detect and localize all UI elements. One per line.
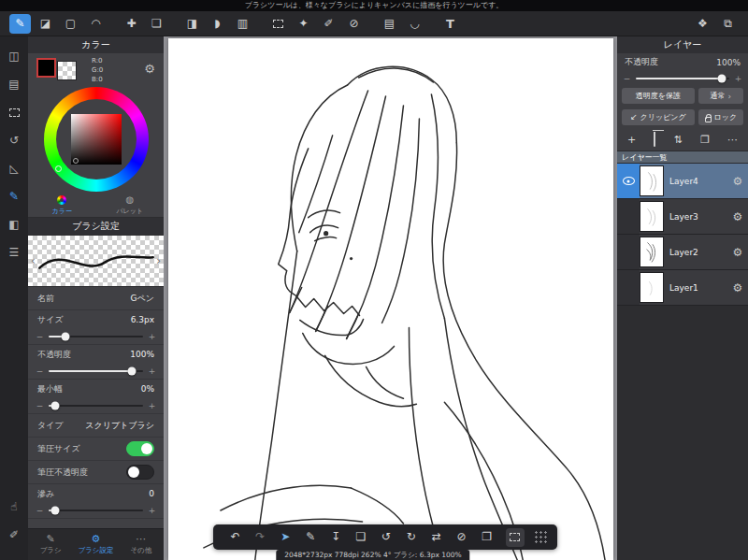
deselect-tool-button[interactable]: ⊘ [343,14,365,34]
snap-curve-tool-button[interactable]: ◡ [404,14,425,34]
layer-visibility-toggle[interactable] [617,164,640,198]
layer-opacity-slider[interactable]: − + [617,71,748,85]
rotate-cw-button[interactable]: ↻ [398,524,424,550]
minus-button[interactable]: − [36,401,44,410]
share-button[interactable]: ❐ [474,524,499,550]
protect-alpha-button[interactable]: 透明度を保護 [622,88,695,104]
layer-visibility-toggle[interactable] [617,235,640,269]
move-tool-button[interactable]: ✚ [121,14,142,34]
layer-more-button[interactable]: ⋯ [727,135,738,145]
saturation-square[interactable] [71,114,122,165]
slider-thumb[interactable] [51,402,60,410]
blur-slider[interactable]: − + [28,503,164,519]
tab-brush[interactable]: ✎ ブラシ [28,529,73,560]
slider-thumb[interactable] [718,74,726,82]
layer-settings-gear-icon[interactable]: ⚙ [727,199,748,234]
next-brush-arrow[interactable]: › [156,254,161,267]
fill-tool-button[interactable]: ◨ [181,14,203,34]
smooth-tool-button[interactable]: ◠ [85,14,107,34]
transform-tool-button[interactable]: ❏ [146,14,167,34]
layer-row-layer1[interactable]: Layer1 ⚙ [617,270,748,306]
duplicate-layer-button[interactable]: ❐ [700,135,710,145]
pen-button[interactable]: ✎ [298,524,324,550]
select-panel-button[interactable] [4,102,24,122]
undo-button[interactable]: ↶ [223,524,248,550]
layer-row-layer3[interactable]: Layer3 ⚙ [617,199,748,235]
quick-tool-button[interactable] [506,528,525,547]
layer-visibility-toggle[interactable] [617,270,640,305]
brush-opacity-slider[interactable]: − + [28,364,164,380]
bucket-tool-button[interactable]: ◗ [207,14,228,34]
foreground-color-swatch[interactable] [36,58,56,78]
layer-panel-button[interactable]: ⧉ [717,14,739,34]
minus-button[interactable]: − [36,332,44,341]
save-button[interactable]: ↧ [324,524,349,550]
clipping-button[interactable]: ↙ クリッピング [622,109,695,125]
plus-button[interactable]: + [148,401,156,410]
ruler-button[interactable]: ◺ [4,158,24,179]
material-panel-button[interactable]: ❖ [692,14,713,34]
brush-tool-button[interactable]: ✎ [9,14,31,34]
shape-tool-button[interactable]: ▢ [60,14,81,34]
snap-tool-button[interactable]: ▤ [379,14,400,34]
redo-button[interactable]: ↷ [248,524,273,550]
plus-button[interactable]: + [148,366,156,376]
panels-list-button[interactable]: ☰ [4,242,24,263]
select-tool-button[interactable] [267,14,289,34]
add-layer-button[interactable]: + [627,135,636,145]
sidebar-toggle-button[interactable]: ◫ [4,46,24,66]
export-button[interactable]: ❏ [349,524,374,550]
rotate-ccw-button[interactable]: ↺ [373,524,398,550]
delete-layer-button[interactable] [654,135,655,145]
brush-name-row[interactable]: 名前 Gペン [28,287,164,310]
slider-track[interactable] [49,405,143,407]
brush-type-row[interactable]: タイプ スクリプトブラシ [28,414,164,438]
prev-brush-arrow[interactable]: ‹ [31,254,36,267]
slider-track[interactable] [49,370,143,372]
reset-rotation-button[interactable]: ⊘ [449,524,474,550]
tab-other[interactable]: ⋯ その他 [119,529,164,560]
plus-button[interactable]: + [734,74,742,83]
canvas[interactable] [168,38,613,560]
tab-color[interactable]: カラー [28,194,96,217]
background-color-swatch[interactable] [57,61,77,80]
eraser-tool-button[interactable]: ◪ [35,14,56,34]
minus-button[interactable]: − [36,506,44,515]
minus-button[interactable]: − [36,366,44,376]
text-tool-button[interactable]: T [439,14,461,34]
slider-track[interactable] [49,336,143,337]
layer-row-layer4[interactable]: Layer4 ⚙ [617,164,748,199]
tab-palette[interactable]: ◍ パレット [96,194,165,217]
layer-visibility-toggle[interactable] [617,199,640,234]
wand-tool-button[interactable]: ✦ [293,14,314,34]
flip-button[interactable]: ⇄ [424,524,449,550]
layer-settings-gear-icon[interactable]: ⚙ [727,164,748,198]
slider-track[interactable] [49,510,143,511]
pressure-opacity-toggle[interactable] [126,465,154,480]
cursor-button[interactable]: ➤ [273,524,298,550]
lock-button[interactable]: ロック [698,109,743,125]
brush-preview[interactable]: ‹ › [28,235,164,287]
color-settings-gear-icon[interactable]: ⚙ [144,61,155,78]
layer-settings-gear-icon[interactable]: ⚙ [727,270,748,305]
pressure-size-toggle[interactable] [126,441,154,456]
gradient-tool-button[interactable]: ▥ [232,14,253,34]
saturation-indicator[interactable] [73,158,79,164]
color-panel-button[interactable]: ◧ [4,214,24,235]
hue-indicator[interactable] [55,165,62,172]
layer-settings-gear-icon[interactable]: ⚙ [727,235,748,269]
layer-row-layer2[interactable]: Layer2 ⚙ [617,235,748,270]
gallery-button[interactable]: ▤ [4,74,24,94]
blend-mode-button[interactable]: 通常 › [698,88,743,104]
color-wheel[interactable] [44,87,149,192]
brush-size-slider[interactable]: − + [28,329,164,345]
plus-button[interactable]: + [148,332,156,341]
slider-thumb[interactable] [51,507,60,515]
select-pen-tool-button[interactable]: ✐ [318,14,339,34]
reorder-layer-button[interactable]: ⇅ [674,135,683,145]
toolbar-drag-handle[interactable] [534,530,548,544]
hand-tool-button[interactable]: ☝ [4,496,24,517]
minus-button[interactable]: − [623,74,631,83]
plus-button[interactable]: + [148,506,156,515]
stylus-settings-button[interactable]: ✐ [4,524,24,545]
